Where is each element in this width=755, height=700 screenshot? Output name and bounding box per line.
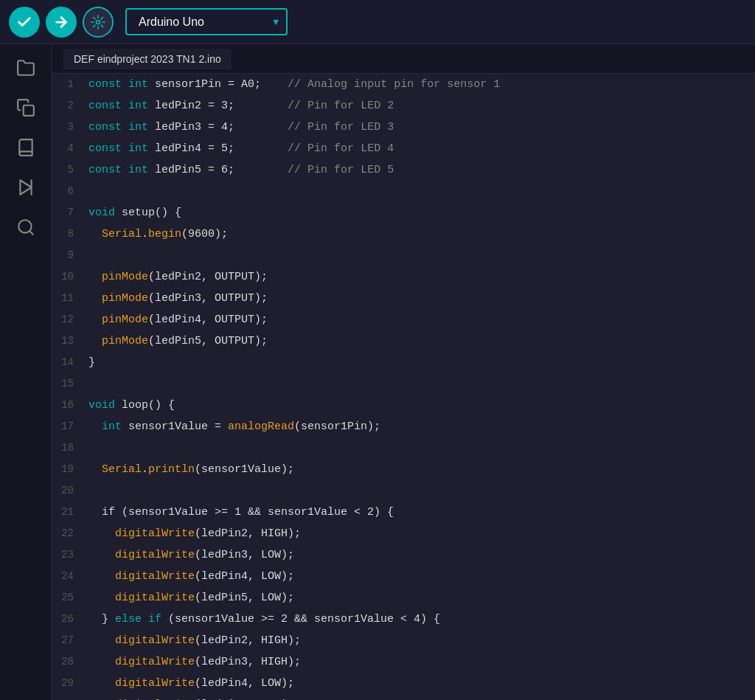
svg-line-6	[29, 231, 33, 235]
line-number: 22	[52, 523, 88, 544]
line-number: 8	[52, 223, 88, 244]
table-row: 3 const int ledPin3 = 4; // Pin for LED …	[52, 117, 755, 138]
line-number: 29	[52, 673, 88, 693]
table-row: 6	[52, 181, 755, 202]
table-row: 4 const int ledPin4 = 5; // Pin for LED …	[52, 138, 755, 159]
board-selector[interactable]: Arduino Uno Arduino Mega Arduino Nano	[125, 8, 288, 35]
line-number: 26	[52, 609, 88, 629]
table-row: 8 Serial.begin(9600);	[52, 223, 755, 245]
line-number: 10	[52, 266, 88, 287]
line-code: pinMode(ledPin4, OUTPUT);	[88, 310, 755, 330]
line-code	[88, 481, 755, 502]
table-row: 17 int sensor1Value = analogRead(sensor1…	[52, 416, 755, 437]
table-row: 26 } else if (sensor1Value >= 2 && senso…	[52, 609, 755, 630]
upload-button[interactable]	[46, 7, 77, 38]
line-code: Serial.println(sensor1Value);	[88, 460, 755, 480]
svg-marker-3	[20, 180, 31, 195]
file-tab: DEF eindproject 2023 TN1 2.ino	[52, 44, 755, 74]
line-number: 24	[52, 566, 88, 586]
table-row: 9	[52, 245, 755, 266]
debug-run-icon[interactable]	[10, 171, 42, 204]
sketchbook-icon[interactable]	[10, 91, 42, 124]
board-selector-wrap: Arduino Uno Arduino Mega Arduino Nano	[119, 8, 288, 35]
toolbar: Arduino Uno Arduino Mega Arduino Nano	[0, 0, 755, 44]
line-code: } else if (sensor1Value >= 2 && sensor1V…	[88, 609, 755, 630]
line-number: 1	[52, 74, 88, 94]
line-code: void setup() {	[88, 203, 755, 223]
line-number: 27	[52, 630, 88, 651]
table-row: 21 if (sensor1Value >= 1 && sensor1Value…	[52, 502, 755, 523]
table-row: 11 pinMode(ledPin3, OUTPUT);	[52, 288, 755, 309]
line-number: 21	[52, 502, 88, 522]
line-code	[88, 246, 755, 266]
line-number: 11	[52, 288, 88, 308]
line-number: 13	[52, 330, 88, 351]
line-code: const int ledPin4 = 5; // Pin for LED 4	[88, 139, 755, 159]
line-number: 9	[52, 245, 88, 266]
line-code: digitalWrite(ledPin2, HIGH);	[88, 631, 755, 651]
line-code: const int sensor1Pin = A0; // Analog inp…	[88, 74, 755, 95]
verify-button[interactable]	[9, 7, 40, 38]
line-code: pinMode(ledPin5, OUTPUT);	[88, 331, 755, 352]
table-row: 18	[52, 437, 755, 459]
table-row: 7 void setup() {	[52, 202, 755, 223]
line-code: digitalWrite(ledPin5, LOW);	[88, 588, 755, 609]
table-row: 10 pinMode(ledPin2, OUTPUT);	[52, 266, 755, 288]
line-number: 4	[52, 138, 88, 159]
search-icon[interactable]	[10, 211, 42, 243]
table-row: 23 digitalWrite(ledPin3, LOW);	[52, 544, 755, 566]
table-row: 28 digitalWrite(ledPin3, HIGH);	[52, 651, 755, 673]
line-number: 17	[52, 416, 88, 437]
table-row: 22 digitalWrite(ledPin2, HIGH);	[52, 523, 755, 544]
line-number: 6	[52, 181, 88, 201]
table-row: 5 const int ledPin5 = 6; // Pin for LED …	[52, 159, 755, 181]
table-row: 1 const int sensor1Pin = A0; // Analog i…	[52, 74, 755, 95]
line-number: 30	[52, 694, 88, 700]
table-row: 12 pinMode(ledPin4, OUTPUT);	[52, 309, 755, 330]
line-number: 2	[52, 95, 88, 116]
line-number: 19	[52, 459, 88, 479]
line-code: digitalWrite(ledPin4, LOW);	[88, 566, 755, 587]
line-number: 3	[52, 117, 88, 137]
sidebar	[0, 44, 52, 700]
line-code: digitalWrite(ledPin2, HIGH);	[88, 524, 755, 544]
library-icon[interactable]	[10, 131, 42, 164]
table-row: 19 Serial.println(sensor1Value);	[52, 459, 755, 480]
line-number: 28	[52, 651, 88, 672]
line-number: 18	[52, 437, 88, 458]
folder-icon[interactable]	[10, 52, 42, 84]
line-code: digitalWrite(ledPin3, LOW);	[88, 545, 755, 566]
table-row: 27 digitalWrite(ledPin2, HIGH);	[52, 630, 755, 651]
table-row: 13 pinMode(ledPin5, OUTPUT);	[52, 330, 755, 352]
line-number: 20	[52, 480, 88, 501]
table-row: 25 digitalWrite(ledPin5, LOW);	[52, 587, 755, 609]
line-code: void loop() {	[88, 395, 755, 416]
line-code: int sensor1Value = analogRead(sensor1Pin…	[88, 417, 755, 437]
line-code: digitalWrite(ledPin5, LOW);	[88, 695, 755, 700]
table-row: 29 digitalWrite(ledPin4, LOW);	[52, 673, 755, 694]
line-code: pinMode(ledPin3, OUTPUT);	[88, 288, 755, 309]
table-row: 30 digitalWrite(ledPin5, LOW);	[52, 694, 755, 700]
line-number: 23	[52, 544, 88, 565]
line-code: const int ledPin2 = 3; // Pin for LED 2	[88, 96, 755, 117]
line-code: const int ledPin5 = 6; // Pin for LED 5	[88, 160, 755, 181]
line-code: digitalWrite(ledPin4, LOW);	[88, 673, 755, 694]
code-editor[interactable]: 1 const int sensor1Pin = A0; // Analog i…	[52, 74, 755, 700]
line-code: digitalWrite(ledPin3, HIGH);	[88, 652, 755, 673]
file-tab-label[interactable]: DEF eindproject 2023 TN1 2.ino	[63, 49, 232, 69]
line-code: pinMode(ledPin2, OUTPUT);	[88, 267, 755, 288]
line-code	[88, 374, 755, 395]
debugger-button[interactable]	[83, 7, 114, 38]
line-number: 12	[52, 309, 88, 330]
line-code	[88, 181, 755, 202]
table-row: 20	[52, 480, 755, 502]
line-number: 16	[52, 395, 88, 415]
table-row: 24 digitalWrite(ledPin4, LOW);	[52, 566, 755, 587]
line-code: Serial.begin(9600);	[88, 224, 755, 245]
line-number: 7	[52, 202, 88, 223]
table-row: 2 const int ledPin2 = 3; // Pin for LED …	[52, 95, 755, 117]
table-row: 16 void loop() {	[52, 395, 755, 416]
editor-area: DEF eindproject 2023 TN1 2.ino 1 const i…	[52, 44, 755, 700]
line-code: }	[88, 353, 755, 373]
table-row: 14 }	[52, 352, 755, 373]
